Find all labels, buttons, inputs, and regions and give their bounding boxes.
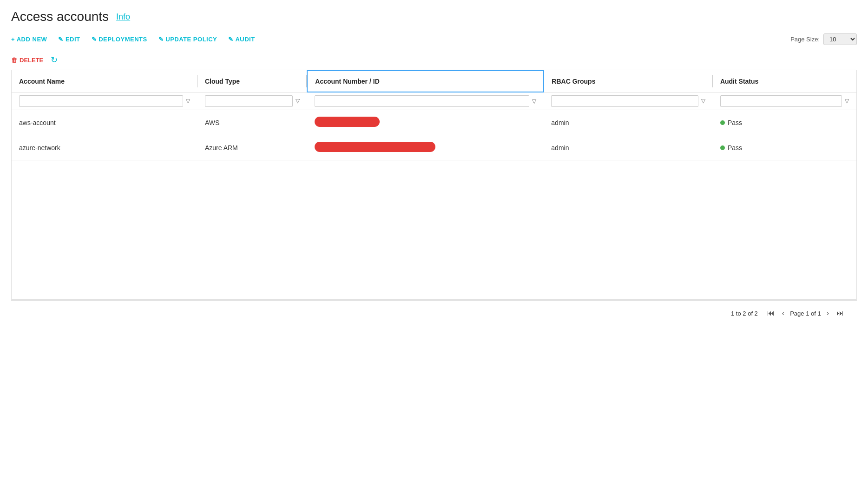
status-dot-pass bbox=[720, 145, 725, 150]
status-cell: Pass bbox=[720, 119, 849, 126]
trash-icon: 🗑 bbox=[11, 57, 17, 64]
cell-account-number-id bbox=[307, 135, 544, 160]
refresh-button[interactable]: ↻ bbox=[51, 55, 58, 65]
pagination-controls: ⏮ ‹ Page 1 of 1 › ⏭ bbox=[765, 308, 846, 318]
account-number-filter-cell: ▽ bbox=[315, 95, 536, 107]
refresh-icon: ↻ bbox=[51, 55, 58, 65]
col-header-audit-status: Audit Status bbox=[713, 71, 856, 92]
deployments-button[interactable]: ✎ DEPLOYMENTS bbox=[92, 36, 147, 43]
filter-icon-cloud-type[interactable]: ▽ bbox=[296, 98, 300, 104]
redacted-bar-short bbox=[315, 117, 380, 127]
table-row[interactable]: aws-account AWS admin Pass bbox=[12, 110, 856, 135]
page-title: Access accounts bbox=[11, 9, 109, 24]
table-row[interactable]: azure-network Azure ARM admin Pass bbox=[12, 135, 856, 160]
cloud-type-filter-input[interactable] bbox=[205, 95, 293, 107]
account-name-filter-input[interactable] bbox=[19, 95, 183, 107]
col-header-cloud-type: Cloud Type bbox=[197, 71, 307, 92]
add-new-button[interactable]: + ADD NEW bbox=[11, 36, 47, 43]
edit-button[interactable]: ✎ EDIT bbox=[58, 36, 80, 43]
audit-status-filter-cell: ▽ bbox=[720, 95, 849, 107]
toolbar: + ADD NEW ✎ EDIT ✎ DEPLOYMENTS ✎ UPDATE … bbox=[0, 29, 868, 50]
rbac-groups-filter-input[interactable] bbox=[551, 95, 698, 107]
cell-cloud-type: AWS bbox=[197, 110, 307, 135]
cell-audit-status: Pass bbox=[713, 135, 856, 160]
filter-icon-rbac-groups[interactable]: ▽ bbox=[701, 98, 705, 104]
toolbar-left: + ADD NEW ✎ EDIT ✎ DEPLOYMENTS ✎ UPDATE … bbox=[11, 36, 255, 43]
cell-cloud-type: Azure ARM bbox=[197, 135, 307, 160]
page-header: Access accounts Info bbox=[0, 0, 868, 29]
filter-icon-account-number[interactable]: ▽ bbox=[532, 98, 536, 105]
table-container: Account Name Cloud Type Account Number /… bbox=[11, 70, 857, 300]
col-header-rbac-groups: RBAC Groups bbox=[544, 71, 713, 92]
account-number-filter-input[interactable] bbox=[315, 95, 529, 107]
account-name-filter-cell: ▽ bbox=[19, 95, 190, 107]
status-cell: Pass bbox=[720, 144, 849, 152]
cell-rbac-groups: admin bbox=[544, 135, 713, 160]
rbac-groups-filter-cell: ▽ bbox=[551, 95, 705, 107]
last-page-button[interactable]: ⏭ bbox=[835, 308, 846, 318]
cell-rbac-groups: admin bbox=[544, 110, 713, 135]
next-page-button[interactable]: › bbox=[825, 308, 831, 318]
cell-account-name: azure-network bbox=[12, 135, 197, 160]
secondary-toolbar: 🗑 DELETE ↻ bbox=[0, 50, 868, 70]
filter-icon-account-name[interactable]: ▽ bbox=[186, 98, 190, 104]
delete-button[interactable]: 🗑 DELETE bbox=[11, 57, 43, 64]
audit-button[interactable]: ✎ AUDIT bbox=[228, 36, 255, 43]
filter-icon-audit-status[interactable]: ▽ bbox=[845, 98, 849, 104]
accounts-table: Account Name Cloud Type Account Number /… bbox=[12, 70, 856, 300]
prev-page-button[interactable]: ‹ bbox=[780, 308, 786, 318]
info-link[interactable]: Info bbox=[116, 12, 130, 22]
first-page-button[interactable]: ⏮ bbox=[765, 308, 776, 318]
empty-space-row bbox=[12, 160, 856, 300]
table-header: Account Name Cloud Type Account Number /… bbox=[12, 71, 856, 92]
pagination-info: 1 to 2 of 2 bbox=[731, 310, 758, 317]
cell-account-number-id bbox=[307, 110, 544, 135]
cell-account-name: aws-account bbox=[12, 110, 197, 135]
cell-audit-status: Pass bbox=[713, 110, 856, 135]
audit-status-filter-input[interactable] bbox=[720, 95, 842, 107]
pagination-bar: 1 to 2 of 2 ⏮ ‹ Page 1 of 1 › ⏭ bbox=[11, 300, 857, 326]
toolbar-right: Page Size: 10 25 50 100 bbox=[790, 33, 857, 45]
redacted-bar-long bbox=[315, 142, 435, 152]
col-header-account-number-id: Account Number / ID bbox=[307, 71, 544, 92]
cloud-type-filter-cell: ▽ bbox=[205, 95, 300, 107]
header-row: Account Name Cloud Type Account Number /… bbox=[12, 71, 856, 92]
filter-row: ▽ ▽ ▽ bbox=[12, 92, 856, 110]
page-text: Page 1 of 1 bbox=[790, 310, 821, 317]
page-size-label: Page Size: bbox=[790, 36, 820, 43]
page-size-select[interactable]: 10 25 50 100 bbox=[823, 33, 857, 45]
update-policy-button[interactable]: ✎ UPDATE POLICY bbox=[158, 36, 217, 43]
col-header-account-name: Account Name bbox=[12, 71, 197, 92]
status-dot-pass bbox=[720, 120, 725, 125]
